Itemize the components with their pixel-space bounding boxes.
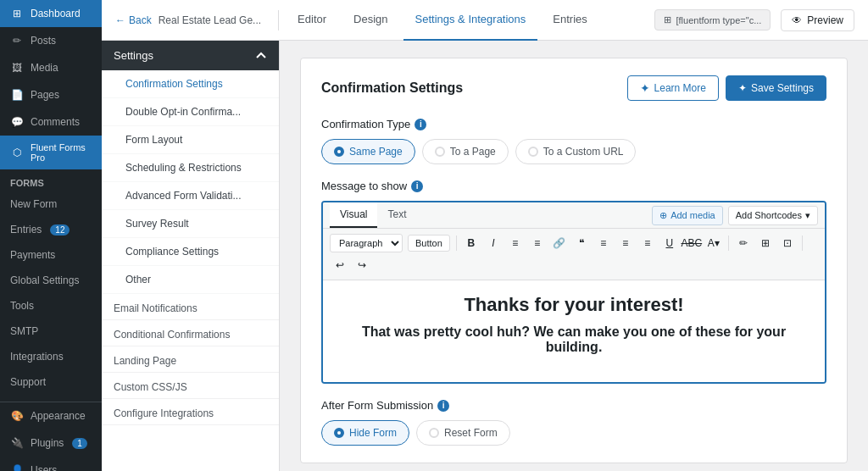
sidebar-item-appearance[interactable]: 🎨 Appearance [0, 402, 102, 429]
link-button[interactable]: 🔗 [549, 233, 570, 253]
editor-tab-group: Visual Text [330, 202, 416, 228]
learn-more-icon: ✦ [640, 81, 650, 95]
tab-entries[interactable]: Entries [541, 0, 598, 41]
radio-to-a-page[interactable]: To a Page [422, 139, 509, 164]
radio-same-page-dot [334, 147, 344, 157]
wp-admin-sidebar: ⊞ Dashboard ✏ Posts 🖼 Media 📄 Pages 💬 Co… [0, 0, 102, 471]
pencil-button[interactable]: ✏ [733, 233, 754, 253]
confirmation-type-info-icon[interactable]: i [415, 119, 426, 130]
table-button[interactable]: ⊞ [755, 233, 776, 253]
plugins-badge: 1 [72, 438, 87, 449]
editor-toolbar: Paragraph Button B I ≡ ≡ 🔗 ❝ ≡ ≡ [323, 229, 825, 280]
sidebar-item-pages[interactable]: 📄 Pages [0, 81, 102, 108]
settings-item-scheduling[interactable]: Scheduling & Restrictions [102, 154, 279, 182]
sidebar-item-new-form[interactable]: New Form [0, 191, 102, 217]
blockquote-button[interactable]: ❝ [571, 233, 592, 253]
sidebar-item-entries[interactable]: Entries 12 [0, 217, 102, 242]
settings-item-form-layout[interactable]: Form Layout [102, 126, 279, 154]
main-area: ← Back Real Estate Lead Ge... Editor Des… [102, 0, 868, 471]
paragraph-select[interactable]: Paragraph [330, 234, 403, 252]
save-label: Save Settings [751, 82, 814, 94]
tab-text[interactable]: Text [377, 202, 416, 228]
settings-standalone-conditional-confirmations[interactable]: Conditional Confirmations [102, 320, 279, 346]
settings-standalone-custom-css-js[interactable]: Custom CSS/JS [102, 373, 279, 399]
radio-to-custom-url[interactable]: To a Custom URL [515, 139, 637, 164]
settings-item-advanced-validation[interactable]: Advanced Form Validati... [102, 182, 279, 210]
add-shortcodes-label: Add Shortcodes [736, 210, 802, 220]
editor-actions: ⊕ Add media Add Shortcodes ▾ [652, 206, 818, 225]
align-right-button[interactable]: ≡ [637, 233, 658, 253]
sidebar-item-global-settings[interactable]: Global Settings [0, 268, 102, 293]
add-media-button[interactable]: ⊕ Add media [652, 206, 723, 225]
strikethrough-button[interactable]: ABC [682, 233, 702, 253]
sidebar-item-dashboard[interactable]: ⊞ Dashboard [0, 0, 102, 27]
preview-button[interactable]: 👁 Preview [781, 9, 854, 31]
settings-item-other[interactable]: Other [102, 266, 279, 294]
undo-button[interactable]: ↩ [330, 255, 350, 275]
radio-hide-form[interactable]: Hide Form [321, 420, 409, 446]
align-center-button[interactable]: ≡ [615, 233, 636, 253]
italic-button[interactable]: I [483, 233, 504, 253]
align-left-button[interactable]: ≡ [593, 233, 614, 253]
tab-visual[interactable]: Visual [330, 202, 377, 228]
dashboard-label: Dashboard [31, 8, 81, 19]
shortcodes-chevron-icon: ▾ [805, 210, 810, 221]
settings-standalone-configure-integrations[interactable]: Configure Integrations [102, 399, 279, 425]
sidebar-item-media[interactable]: 🖼 Media [0, 54, 102, 81]
radio-hide-form-dot [334, 428, 344, 438]
card-header: Confirmation Settings ✦ Learn More ✦ Sav… [321, 75, 826, 101]
message-label: Message to show i [321, 180, 826, 192]
sidebar-item-smtp[interactable]: SMTP [0, 319, 102, 344]
sidebar-item-fluent-forms[interactable]: ⬡ Fluent Forms Pro [0, 136, 102, 169]
after-submit-radio-group: Hide Form Reset Form [321, 420, 826, 446]
underline-button[interactable]: U [659, 233, 680, 253]
settings-item-confirmation[interactable]: Confirmation Settings [102, 70, 279, 98]
redo-button[interactable]: ↪ [352, 255, 372, 275]
sidebar-item-integrations[interactable]: Integrations [0, 344, 102, 369]
unordered-list-button[interactable]: ≡ [505, 233, 526, 253]
radio-same-page-label: Same Page [349, 146, 403, 158]
settings-item-compliance[interactable]: Compliance Settings [102, 238, 279, 266]
sidebar-item-payments[interactable]: Payments [0, 242, 102, 268]
back-button[interactable]: ← Back [115, 14, 152, 26]
button-label-btn[interactable]: Button [408, 235, 450, 252]
settings-item-double-opt-in-label: Double Opt-in Confirma... [125, 106, 241, 118]
main-content: Confirmation Settings ✦ Learn More ✦ Sav… [280, 41, 868, 471]
confirmation-settings-card: Confirmation Settings ✦ Learn More ✦ Sav… [300, 58, 848, 463]
posts-icon: ✏ [10, 34, 24, 47]
settings-standalone-email-notifications[interactable]: Email Notifications [102, 294, 279, 320]
tab-editor[interactable]: Editor [286, 0, 338, 41]
settings-group-header[interactable]: Settings [102, 41, 279, 70]
shortcode-button[interactable]: ⊞ [fluentform type="c... [654, 9, 771, 30]
learn-more-button[interactable]: ✦ Learn More [627, 75, 719, 101]
sidebar-item-support[interactable]: Support [0, 369, 102, 395]
radio-same-page[interactable]: Same Page [321, 139, 415, 164]
ordered-list-button[interactable]: ≡ [527, 233, 548, 253]
message-info-icon[interactable]: i [411, 180, 423, 192]
save-settings-button[interactable]: ✦ Save Settings [726, 75, 826, 101]
editor-container: Visual Text ⊕ Add media Add Shortcodes [321, 201, 826, 384]
settings-item-double-opt-in[interactable]: Double Opt-in Confirma... [102, 98, 279, 126]
entries-badge: 12 [50, 224, 70, 236]
settings-standalone-landing-page[interactable]: Landing Page [102, 346, 279, 373]
after-submit-info-icon[interactable]: i [437, 400, 449, 412]
sidebar-item-users[interactable]: 👤 Users [0, 457, 102, 471]
add-shortcodes-button[interactable]: Add Shortcodes ▾ [728, 206, 818, 225]
shortcode-text: [fluentform type="c... [676, 15, 762, 25]
sidebar-item-posts[interactable]: ✏ Posts [0, 27, 102, 54]
tab-design[interactable]: Design [342, 0, 399, 41]
appearance-icon: 🎨 [10, 409, 24, 423]
sidebar-item-tools[interactable]: Tools [0, 293, 102, 319]
radio-hide-form-label: Hide Form [349, 427, 397, 439]
users-icon: 👤 [10, 463, 24, 471]
radio-reset-form[interactable]: Reset Form [416, 420, 510, 446]
sidebar-item-comments[interactable]: 💬 Comments [0, 108, 102, 136]
indent-button[interactable]: ⊡ [777, 233, 798, 253]
settings-item-survey-result[interactable]: Survey Result [102, 210, 279, 238]
tab-settings[interactable]: Settings & Integrations [403, 0, 538, 41]
dashboard-icon: ⊞ [10, 7, 24, 20]
text-color-button[interactable]: A▾ [704, 233, 724, 253]
bold-button[interactable]: B [461, 233, 481, 253]
editor-body[interactable]: Thanks for your interest! That was prett… [323, 280, 825, 382]
sidebar-item-plugins[interactable]: 🔌 Plugins 1 [0, 429, 102, 457]
